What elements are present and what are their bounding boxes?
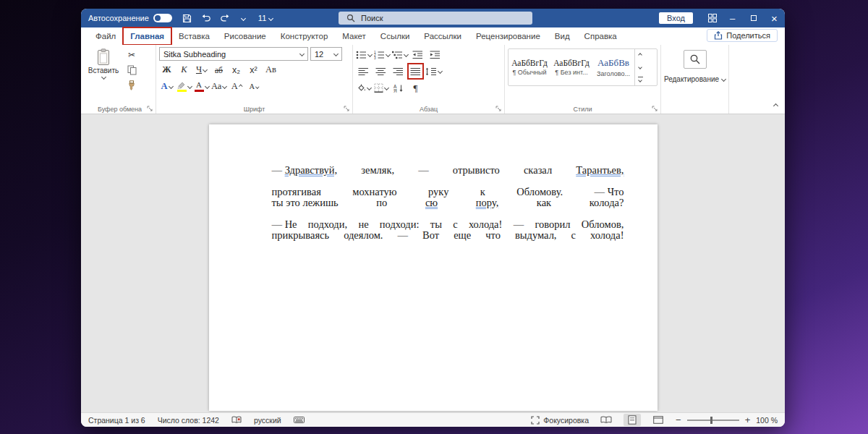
- word: — Не: [272, 219, 297, 230]
- word: Обломов,: [582, 219, 624, 230]
- read-mode-button[interactable]: [597, 414, 615, 426]
- strikethrough-button[interactable]: аб: [211, 62, 226, 77]
- print-layout-button[interactable]: [624, 414, 641, 426]
- tab-Макет[interactable]: Макет: [335, 27, 373, 45]
- document-page[interactable]: — Здравствуй,земляк,—отрывистосказалТара…: [209, 124, 658, 411]
- cut-button[interactable]: ✂: [124, 48, 140, 61]
- ribbon-options-button[interactable]: [703, 9, 722, 27]
- word-count[interactable]: Число слов: 1242: [158, 416, 219, 425]
- sort-button[interactable]: АЯ: [391, 80, 406, 95]
- tab-Рассылки[interactable]: Рассылки: [417, 27, 469, 45]
- multilevel-list-button[interactable]: [392, 47, 408, 62]
- styles-scroll-down-button[interactable]: [635, 61, 645, 74]
- bold-button[interactable]: Ж: [159, 62, 174, 77]
- shrink-font-button[interactable]: А: [246, 79, 261, 94]
- zoom-slider-thumb[interactable]: [710, 417, 712, 424]
- text-line: прикрываясьодеялом.—Вотещечтовыдумал,схо…: [272, 230, 624, 241]
- word: холода!: [590, 230, 624, 241]
- clipboard-dialog-launcher[interactable]: [146, 105, 154, 113]
- font-name-combo[interactable]: Sitka Subheading: [159, 47, 308, 61]
- styles-more-button[interactable]: [635, 73, 645, 85]
- search-box[interactable]: Поиск: [339, 12, 532, 25]
- font-size-combo[interactable]: 12: [310, 47, 342, 61]
- line-spacing-button[interactable]: [425, 64, 442, 79]
- signin-button[interactable]: Вход: [659, 12, 693, 24]
- increase-indent-button[interactable]: [427, 47, 443, 62]
- underline-button[interactable]: Ч: [194, 62, 209, 77]
- decrease-indent-button[interactable]: [410, 47, 425, 62]
- tab-Вставка[interactable]: Вставка: [171, 27, 217, 45]
- shading-button[interactable]: [356, 80, 371, 95]
- styles-scroll-up-button[interactable]: [635, 49, 645, 61]
- tab-Справка[interactable]: Справка: [577, 27, 624, 45]
- page-indicator[interactable]: Страница 1 из 6: [88, 416, 145, 425]
- save-button[interactable]: [178, 9, 197, 27]
- styles-dialog-launcher[interactable]: [651, 105, 659, 113]
- text-effects-button[interactable]: А: [159, 79, 174, 94]
- tab-Ссылки[interactable]: Ссылки: [373, 27, 417, 45]
- highlight-color-button[interactable]: [176, 79, 192, 94]
- keyboard-indicator[interactable]: [294, 417, 305, 423]
- find-button[interactable]: [684, 50, 707, 69]
- tab-Конструктор[interactable]: Конструктор: [273, 27, 336, 45]
- subscript-button[interactable]: x₂: [229, 62, 244, 77]
- qat-customize-button[interactable]: [234, 9, 253, 27]
- zoom-slider[interactable]: [687, 420, 739, 421]
- autosave-control[interactable]: Автосохранение: [88, 14, 172, 22]
- align-left-button[interactable]: [356, 64, 371, 79]
- word: к: [480, 187, 485, 197]
- copy-button[interactable]: [124, 64, 140, 77]
- grow-font-button[interactable]: А: [229, 79, 244, 94]
- tab-Рецензирование[interactable]: Рецензирование: [469, 27, 548, 45]
- status-bar: Страница 1 из 6 Число слов: 1242 русский…: [81, 412, 785, 427]
- web-layout-button[interactable]: [650, 414, 667, 426]
- tab-Вид[interactable]: Вид: [548, 27, 577, 45]
- align-right-button[interactable]: [391, 64, 406, 79]
- justify-button[interactable]: [408, 64, 423, 79]
- font-dialog-launcher[interactable]: [343, 105, 351, 113]
- style-Без инт...[interactable]: АаБбВгГд¶ Без инт...: [550, 49, 592, 85]
- format-painter-button[interactable]: [124, 79, 140, 92]
- paragraph-dialog-launcher[interactable]: [495, 105, 503, 113]
- collapse-ribbon-button[interactable]: [774, 98, 778, 111]
- font-color-icon: А: [195, 81, 204, 92]
- tab-Главная[interactable]: Главная: [123, 27, 171, 45]
- tab-Файл[interactable]: Файл: [88, 27, 123, 45]
- editing-menu-button[interactable]: Редактирование: [664, 75, 726, 83]
- proofing-status[interactable]: [231, 416, 242, 424]
- minimize-button[interactable]: –: [722, 9, 743, 27]
- qat-font-size-control[interactable]: 11: [253, 9, 278, 27]
- share-button[interactable]: Поделиться: [707, 29, 778, 42]
- zoom-level[interactable]: 100 %: [756, 416, 778, 425]
- align-center-button[interactable]: [373, 64, 388, 79]
- zoom-out-button[interactable]: −: [676, 414, 681, 425]
- paste-button[interactable]: Вставить: [87, 47, 120, 103]
- zoom-in-button[interactable]: +: [745, 414, 751, 425]
- word: сказал: [524, 165, 552, 176]
- focus-mode-button[interactable]: Фокусировка: [531, 416, 589, 425]
- close-button[interactable]: ×: [764, 9, 785, 27]
- undo-button[interactable]: [197, 9, 216, 27]
- style-Заголово...[interactable]: АаБбВвЗаголово...: [592, 49, 634, 85]
- chevron-down-icon: [268, 15, 273, 20]
- tab-Рисование[interactable]: Рисование: [217, 27, 273, 45]
- redo-button[interactable]: [216, 9, 234, 27]
- numbering-button[interactable]: 123: [374, 47, 390, 62]
- language-indicator[interactable]: русский: [254, 416, 281, 425]
- clear-formatting-button[interactable]: Ав: [263, 62, 278, 77]
- toggle-knob: [155, 15, 161, 21]
- italic-button[interactable]: К: [176, 62, 192, 77]
- autosave-toggle[interactable]: [153, 14, 172, 22]
- maximize-button[interactable]: [743, 9, 764, 27]
- bullets-button[interactable]: [356, 47, 372, 62]
- change-case-button[interactable]: Аа: [211, 79, 226, 94]
- superscript-button[interactable]: x²: [246, 62, 261, 77]
- outdent-icon: [412, 51, 423, 59]
- chevron-down-icon: [638, 79, 642, 83]
- show-formatting-button[interactable]: ¶: [408, 80, 423, 95]
- borders-button[interactable]: [373, 80, 388, 95]
- numbered-list-icon: 123: [374, 51, 385, 59]
- style-Обычный[interactable]: АаБбВгГд¶ Обычный: [509, 49, 550, 85]
- editing-group: Редактирование: [661, 45, 729, 114]
- font-color-button[interactable]: А: [194, 79, 209, 94]
